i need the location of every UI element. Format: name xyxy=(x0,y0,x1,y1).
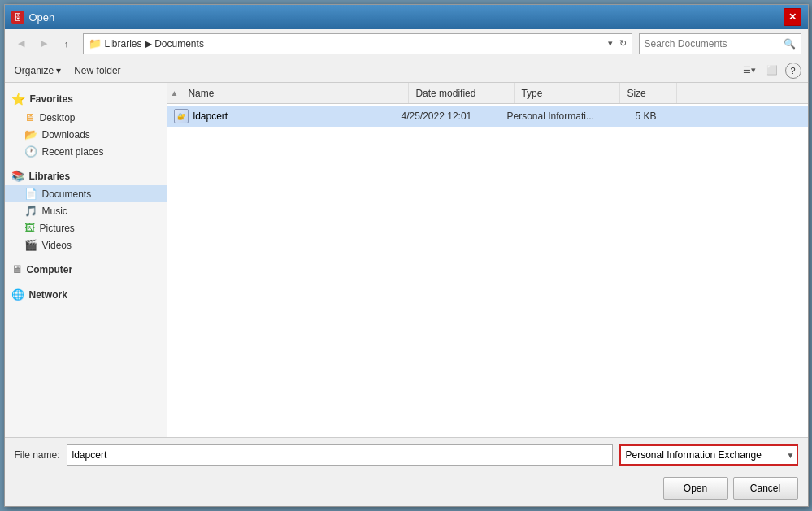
network-icon: 🌐 xyxy=(11,288,24,301)
sidebar-item-recent[interactable]: 🕐 Recent places xyxy=(5,143,167,160)
sidebar-item-documents[interactable]: 📄 Documents xyxy=(5,185,167,202)
downloads-label: Downloads xyxy=(42,129,90,141)
recent-label: Recent places xyxy=(42,146,104,158)
network-header[interactable]: 🌐 Network xyxy=(5,285,167,304)
close-button[interactable]: ✕ xyxy=(784,8,801,26)
view-icon: ☰ xyxy=(743,65,751,76)
col-header-date[interactable]: Date modified xyxy=(409,83,515,103)
dialog-title: Open xyxy=(29,11,55,24)
up-button[interactable]: ↑ xyxy=(57,34,76,54)
filename-input[interactable] xyxy=(67,444,613,466)
favorites-section: ⭐ Favorites 🖥 Desktop 📂 Downloads 🕐 Rece… xyxy=(5,89,167,160)
network-label: Network xyxy=(29,289,67,301)
address-dropdown-icon[interactable]: ▾ xyxy=(608,38,613,49)
view-dropdown-icon: ▾ xyxy=(751,65,756,76)
downloads-folder-icon: 📂 xyxy=(24,128,37,141)
computer-section: 🖥 Computer xyxy=(5,260,167,279)
column-header: ▲ Name Date modified Type Size xyxy=(167,83,808,104)
computer-label: Computer xyxy=(27,264,73,275)
view-button[interactable]: ☰ ▾ xyxy=(740,61,759,80)
recent-folder-icon: 🕐 xyxy=(24,145,37,158)
sidebar-item-downloads[interactable]: 📂 Downloads xyxy=(5,126,167,143)
libraries-header[interactable]: 📚 Libraries xyxy=(5,167,167,185)
search-input[interactable] xyxy=(645,38,780,50)
filename-label: File name: xyxy=(15,449,60,461)
sort-arrow[interactable]: ▲ xyxy=(167,89,182,97)
documents-label: Documents xyxy=(42,188,92,200)
file-area: ▲ Name Date modified Type Size 🔐 ldapcer… xyxy=(167,83,808,437)
col-header-name[interactable]: Name xyxy=(181,83,409,103)
music-label: Music xyxy=(42,206,67,217)
open-button[interactable]: Open xyxy=(663,477,728,500)
table-row[interactable]: 🔐 ldapcert 4/25/2022 12:01 Personal Info… xyxy=(167,106,808,127)
preview-icon: ⬜ xyxy=(766,65,778,76)
videos-icon: 🎬 xyxy=(24,239,37,251)
favorites-header[interactable]: ⭐ Favorites xyxy=(5,89,167,109)
bottom-bar: File name: Personal Information Exchange… xyxy=(5,437,808,472)
organize-dropdown-icon: ▾ xyxy=(56,65,61,76)
address-path: Libraries ▶ Documents xyxy=(105,38,204,50)
action-buttons: Open Cancel xyxy=(5,477,808,506)
app-icon: 🗄 xyxy=(11,11,24,24)
preview-button[interactable]: ⬜ xyxy=(762,61,782,80)
address-refresh-icon[interactable]: ↻ xyxy=(619,38,627,49)
sidebar-item-music[interactable]: 🎵 Music xyxy=(5,202,167,219)
sidebar: ⭐ Favorites 🖥 Desktop 📂 Downloads 🕐 Rece… xyxy=(5,83,167,437)
file-list: 🔐 ldapcert 4/25/2022 12:01 Personal Info… xyxy=(167,104,808,437)
title-bar: 🗄 Open ✕ xyxy=(5,5,808,29)
desktop-label: Desktop xyxy=(40,112,76,123)
main-content: ⭐ Favorites 🖥 Desktop 📂 Downloads 🕐 Rece… xyxy=(5,83,808,437)
search-icon: 🔍 xyxy=(784,38,796,50)
col-header-size[interactable]: Size xyxy=(620,83,677,103)
open-dialog: 🗄 Open ✕ ◀ ▶ ↑ 📁 Libraries ▶ Documents ▾… xyxy=(4,4,809,507)
file-name-cell: 🔐 ldapcert xyxy=(167,109,395,123)
file-type-cell: Personal Informati... xyxy=(501,110,606,122)
col-header-type[interactable]: Type xyxy=(515,83,620,103)
favorites-label: Favorites xyxy=(30,93,73,105)
cancel-button[interactable]: Cancel xyxy=(733,477,798,500)
file-size-cell: 5 KB xyxy=(606,110,663,122)
libraries-label: Libraries xyxy=(29,171,71,182)
file-type-icon: 🔐 xyxy=(174,109,189,123)
toolbar2-right: ☰ ▾ ⬜ ? xyxy=(740,61,801,80)
documents-folder-icon: 📄 xyxy=(24,188,37,200)
sidebar-item-pictures[interactable]: 🖼 Pictures xyxy=(5,219,167,236)
desktop-folder-icon: 🖥 xyxy=(24,111,35,123)
videos-label: Videos xyxy=(42,240,72,251)
organize-label: Organize xyxy=(15,65,54,76)
computer-header[interactable]: 🖥 Computer xyxy=(5,260,167,279)
sidebar-item-videos[interactable]: 🎬 Videos xyxy=(5,236,167,253)
back-button[interactable]: ◀ xyxy=(11,34,31,54)
file-name: ldapcert xyxy=(193,110,228,122)
star-icon: ⭐ xyxy=(11,93,25,106)
title-bar-left: 🗄 Open xyxy=(11,11,55,24)
libraries-section: 📚 Libraries 📄 Documents 🎵 Music 🖼 Pictur… xyxy=(5,167,167,253)
filetype-wrapper: Personal Information Exchange All Files … xyxy=(619,444,798,466)
network-section: 🌐 Network xyxy=(5,285,167,304)
music-icon: 🎵 xyxy=(24,205,37,217)
new-folder-button[interactable]: New folder xyxy=(71,63,124,78)
sidebar-item-desktop[interactable]: 🖥 Desktop xyxy=(5,109,167,126)
organize-button[interactable]: Organize ▾ xyxy=(11,63,65,78)
file-date-cell: 4/25/2022 12:01 xyxy=(395,110,501,122)
organize-toolbar: Organize ▾ New folder ☰ ▾ ⬜ ? xyxy=(5,58,808,83)
help-button[interactable]: ? xyxy=(785,63,801,79)
library-icon: 📚 xyxy=(11,170,24,182)
address-toolbar: ◀ ▶ ↑ 📁 Libraries ▶ Documents ▾ ↻ 🔍 xyxy=(5,29,808,58)
address-bar[interactable]: 📁 Libraries ▶ Documents ▾ ↻ xyxy=(83,33,632,54)
pictures-icon: 🖼 xyxy=(24,222,35,234)
address-folder-icon: 📁 xyxy=(89,37,102,50)
filetype-select[interactable]: Personal Information Exchange All Files … xyxy=(619,444,798,466)
computer-icon: 🖥 xyxy=(11,263,22,275)
search-box: 🔍 xyxy=(639,33,801,54)
pictures-label: Pictures xyxy=(40,223,75,234)
forward-button[interactable]: ▶ xyxy=(34,34,54,54)
